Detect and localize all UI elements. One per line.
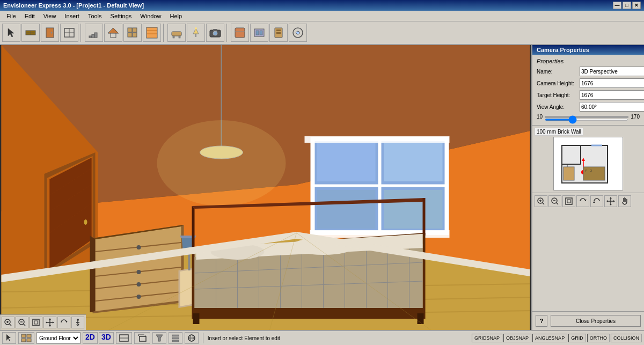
properties-group-label: Properties xyxy=(537,58,640,64)
svg-point-77 xyxy=(137,295,141,299)
svg-rect-58 xyxy=(384,143,443,181)
svg-marker-122 xyxy=(49,325,51,327)
camera-height-input[interactable] xyxy=(580,78,644,88)
target-height-input[interactable] xyxy=(580,90,644,100)
floor-select[interactable]: Ground Floor First Floor Second Floor xyxy=(36,332,80,344)
svg-rect-18 xyxy=(147,27,157,38)
extra-btn-4[interactable] xyxy=(289,24,307,42)
view-angle-slider-track[interactable] xyxy=(545,116,628,118)
status-text: Insert or select Element to edit xyxy=(208,335,470,341)
3d-view-button[interactable] xyxy=(134,332,150,344)
minimize-button[interactable]: — xyxy=(613,2,621,9)
close-button[interactable]: ✕ xyxy=(632,2,641,9)
3d-mode-button[interactable]: 3D xyxy=(99,332,114,344)
rp-fit-button[interactable] xyxy=(562,195,575,207)
zoom-in-viewport-button[interactable] xyxy=(2,317,14,328)
furniture-button[interactable] xyxy=(167,24,186,42)
help-button[interactable]: ? xyxy=(536,315,547,327)
gridsnap-flag[interactable]: GRIDSNAP xyxy=(472,334,502,342)
camera-button[interactable] xyxy=(206,24,224,42)
filter-button[interactable] xyxy=(152,332,166,344)
menu-item-file[interactable]: File xyxy=(2,12,20,20)
floor-button[interactable] xyxy=(123,24,142,42)
view-angle-slider-row: 10 170 xyxy=(537,114,640,120)
rp-zoom-out-button[interactable] xyxy=(548,195,561,207)
collision-flag[interactable]: COLLISION xyxy=(611,334,642,342)
close-properties-button[interactable]: Close Properties xyxy=(551,315,641,327)
svg-rect-135 xyxy=(564,167,574,180)
svg-marker-151 xyxy=(610,204,612,205)
rp-rotate-cw-button[interactable] xyxy=(576,195,589,207)
floor-tool-status-button[interactable] xyxy=(18,332,34,344)
select-status-button[interactable] xyxy=(2,332,16,344)
grid-flag[interactable]: GRID xyxy=(568,334,586,342)
svg-marker-124 xyxy=(53,321,54,324)
svg-rect-36 xyxy=(276,30,281,31)
svg-rect-161 xyxy=(140,336,146,341)
ortho-flag[interactable]: ORTHO xyxy=(587,334,610,342)
menu-item-window[interactable]: Window xyxy=(136,12,165,20)
menu-bar: FileEditViewInsertToolsSettingsWindowHel… xyxy=(0,11,644,21)
rp-zoom-in-button[interactable] xyxy=(535,195,547,207)
view-angle-slider[interactable] xyxy=(545,119,628,121)
minimap[interactable]: Y X xyxy=(553,137,623,190)
svg-rect-33 xyxy=(256,31,259,35)
rp-pan-button[interactable] xyxy=(604,195,617,207)
pan-button[interactable] xyxy=(43,317,56,328)
2d-mode-button[interactable]: 2D xyxy=(83,332,98,344)
maximize-button[interactable]: □ xyxy=(623,2,631,9)
svg-point-26 xyxy=(195,27,197,30)
svg-marker-152 xyxy=(606,200,608,202)
svg-rect-10 xyxy=(92,34,94,38)
room-scene xyxy=(0,45,531,330)
menu-item-view[interactable]: View xyxy=(39,12,61,20)
viewport-bottom-toolbar xyxy=(0,314,86,330)
extra-btn-2[interactable] xyxy=(250,24,268,42)
rp-rotate-ccw-button[interactable] xyxy=(590,195,603,207)
menu-item-settings[interactable]: Settings xyxy=(106,12,136,20)
settings-status-button[interactable] xyxy=(169,332,182,344)
svg-rect-25 xyxy=(195,34,196,37)
stairs-button[interactable] xyxy=(85,24,103,42)
3d-viewport[interactable] xyxy=(0,45,531,330)
door-button[interactable] xyxy=(41,24,59,42)
objsnap-flag[interactable]: OBJSNAP xyxy=(503,334,531,342)
minimap-label: 100 mm Brick Wall xyxy=(535,128,583,136)
target-height-row: Target Height: ▲ ▼ xyxy=(537,90,640,100)
extra-btn-3[interactable] xyxy=(269,24,288,42)
menu-item-tools[interactable]: Tools xyxy=(84,12,106,20)
main-area: Camera Properties Properties Name: Camer… xyxy=(0,45,644,330)
svg-point-53 xyxy=(84,219,87,225)
title-bar: Envisioneer Express 3.0 - [Project1 - De… xyxy=(0,0,644,11)
anglesnap-flag[interactable]: ANGLESNAP xyxy=(532,334,567,342)
svg-marker-125 xyxy=(65,321,68,322)
extra-btn-1[interactable] xyxy=(231,24,249,42)
texture-button[interactable] xyxy=(143,24,161,42)
svg-marker-165 xyxy=(156,335,163,341)
rotate-view-button[interactable] xyxy=(57,317,70,328)
svg-marker-149 xyxy=(593,201,595,203)
svg-rect-60 xyxy=(384,190,443,229)
fit-view-button[interactable] xyxy=(30,317,42,328)
walk-mode-button[interactable] xyxy=(71,317,84,328)
window-button[interactable] xyxy=(60,24,78,42)
zoom-out-viewport-button[interactable] xyxy=(16,317,28,328)
svg-marker-123 xyxy=(46,321,47,324)
draw-wall-button[interactable] xyxy=(21,24,40,42)
svg-line-117 xyxy=(24,324,26,326)
view-angle-input[interactable] xyxy=(580,102,644,112)
svg-marker-0 xyxy=(8,28,14,37)
menu-item-edit[interactable]: Edit xyxy=(20,12,39,20)
name-input[interactable] xyxy=(580,67,644,76)
rp-hand-button[interactable] xyxy=(618,195,631,207)
toolbar-sep-1 xyxy=(80,24,83,42)
main-toolbar xyxy=(0,21,644,45)
menu-item-insert[interactable]: Insert xyxy=(60,12,84,20)
lamp-button[interactable] xyxy=(187,24,205,42)
roof-button[interactable] xyxy=(104,24,122,42)
globe-button[interactable] xyxy=(185,332,199,344)
select-tool-button[interactable] xyxy=(2,24,20,42)
menu-item-help[interactable]: Help xyxy=(165,12,186,20)
plan-view-button[interactable] xyxy=(116,332,132,344)
svg-rect-119 xyxy=(33,319,39,326)
